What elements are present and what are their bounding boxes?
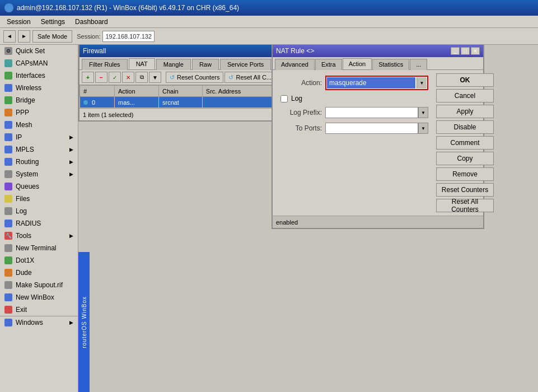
to-ports-wrapper: ▼	[325, 123, 428, 134]
sidebar-item-wireless[interactable]: Wireless	[0, 82, 78, 94]
system-icon	[4, 170, 12, 178]
sidebar-item-label: Dot1X	[16, 256, 34, 264]
sidebar-item-dude[interactable]: Dude	[0, 267, 78, 279]
log-prefix-dropdown-button[interactable]: ▼	[418, 107, 428, 118]
sidebar-item-new-terminal[interactable]: New Terminal	[0, 242, 78, 254]
sidebar-item-exit[interactable]: Exit	[0, 304, 78, 316]
reset-all-counters-label: Reset All C...	[236, 74, 272, 81]
ip-icon	[4, 133, 12, 141]
supout-icon	[4, 281, 12, 289]
nat-status-left: enabled	[276, 219, 298, 226]
log-prefix-input[interactable]	[325, 107, 418, 118]
action-input-wrapper: ▼	[325, 76, 428, 90]
routing-arrow: ▶	[69, 159, 73, 165]
ip-arrow: ▶	[69, 134, 73, 140]
to-ports-dropdown-button[interactable]: ▼	[418, 123, 428, 134]
apply-button[interactable]: Apply	[436, 105, 494, 118]
enable-button[interactable]: ✓	[109, 72, 121, 83]
mesh-icon	[4, 121, 12, 129]
action-row: Action: ▼	[277, 76, 428, 90]
cancel-button[interactable]: Cancel	[436, 89, 494, 102]
sidebar-item-make-supout[interactable]: Make Supout.rif	[0, 279, 78, 291]
tab-raw[interactable]: Raw	[192, 59, 219, 70]
remove-button-nat[interactable]: Remove	[436, 167, 494, 181]
col-num: #	[80, 86, 115, 97]
winbox-text: routerOS WinBox	[81, 296, 87, 348]
menu-bar: Session Settings Dashboard	[0, 16, 538, 28]
sidebar-item-label: Interfaces	[16, 72, 45, 80]
to-ports-input[interactable]	[325, 123, 418, 134]
main-layout: ⚙ Quick Set CAPsMAN Interfaces Wireless …	[0, 45, 538, 392]
add-button[interactable]: +	[82, 72, 94, 83]
sidebar-item-label: Quick Set	[16, 47, 45, 55]
session-value: 192.168.107.132	[102, 31, 155, 42]
tools-icon: 🔧	[4, 232, 12, 240]
menu-dashboard[interactable]: Dashboard	[71, 17, 113, 27]
nat-close-button[interactable]: ✕	[471, 47, 480, 55]
nat-title-bar[interactable]: NAT Rule <> _ □ ✕	[273, 45, 483, 57]
sidebar-item-mesh[interactable]: Mesh	[0, 119, 78, 131]
back-button[interactable]: ◄	[3, 30, 16, 43]
remove-button[interactable]: −	[95, 72, 107, 83]
tab-statistics[interactable]: Statistics	[372, 59, 409, 70]
copy-button[interactable]: Copy	[436, 152, 494, 165]
tab-action[interactable]: Action	[343, 58, 372, 69]
sidebar-item-quick-set[interactable]: ⚙ Quick Set	[0, 45, 78, 57]
log-checkbox[interactable]	[280, 95, 288, 102]
sidebar-item-files[interactable]: Files	[0, 193, 78, 205]
tab-nat[interactable]: NAT	[129, 58, 155, 69]
menu-session[interactable]: Session	[2, 17, 35, 27]
nat-maximize-button[interactable]: □	[461, 47, 470, 55]
reset-counters-button[interactable]: ↺ Reset Counters	[166, 72, 223, 83]
reset-all-counters-button-nat[interactable]: Reset All Counters	[436, 199, 494, 212]
nat-dialog: NAT Rule <> _ □ ✕ Advanced Extra Action …	[272, 45, 484, 229]
sidebar-item-label: MPLS	[16, 146, 34, 153]
nat-form: Action: ▼ Log Log Prefix:	[273, 70, 433, 216]
sidebar-item-mpls[interactable]: MPLS ▶	[0, 143, 78, 156]
sidebar-item-new-winbox[interactable]: New WinBox	[0, 291, 78, 304]
action-label: Action:	[277, 79, 322, 87]
tab-more[interactable]: ...	[410, 59, 427, 70]
sidebar-item-system[interactable]: System ▶	[0, 168, 78, 180]
nat-title: NAT Rule <>	[276, 47, 314, 55]
action-input[interactable]	[327, 77, 415, 88]
tab-mangle[interactable]: Mangle	[156, 59, 191, 70]
ppp-icon	[4, 109, 12, 116]
sidebar-item-label: Make Supout.rif	[16, 281, 63, 289]
filter-toolbar-button[interactable]: ▼	[149, 72, 161, 83]
nat-minimize-button[interactable]: _	[451, 47, 460, 55]
tab-extra[interactable]: Extra	[315, 59, 342, 70]
sidebar-item-interfaces[interactable]: Interfaces	[0, 69, 78, 82]
action-dropdown-button[interactable]: ▼	[417, 77, 427, 88]
sidebar-item-dot1x[interactable]: Dot1X	[0, 254, 78, 267]
tab-filter-rules[interactable]: Filter Rules	[82, 59, 128, 70]
forward-button[interactable]: ►	[18, 30, 30, 43]
reset-counters-button-nat[interactable]: Reset Counters	[436, 183, 494, 197]
sidebar-item-queues[interactable]: Queues	[0, 180, 78, 193]
sidebar-item-tools[interactable]: 🔧 Tools ▶	[0, 230, 78, 242]
menu-settings[interactable]: Settings	[36, 17, 69, 27]
tab-service-ports[interactable]: Service Ports	[220, 59, 271, 70]
disable-button-nat[interactable]: Disable	[436, 120, 494, 134]
tab-advanced[interactable]: Advanced	[275, 59, 315, 70]
sidebar-item-routing[interactable]: Routing ▶	[0, 156, 78, 168]
nat-buttons-panel: OK Cancel Apply Disable Comment Copy Rem…	[433, 70, 497, 216]
copy-toolbar-button[interactable]: ⧉	[135, 72, 148, 83]
sidebar-item-ppp[interactable]: PPP	[0, 106, 78, 119]
disable-button[interactable]: ✕	[122, 72, 134, 83]
reset-all-counters-button[interactable]: ↺ Reset All C...	[224, 72, 275, 83]
sidebar-item-windows[interactable]: Windows ▶	[0, 316, 78, 329]
nat-window-controls: _ □ ✕	[451, 47, 480, 55]
sidebar-item-bridge[interactable]: Bridge	[0, 94, 78, 106]
sidebar-item-capsman[interactable]: CAPsMAN	[0, 57, 78, 69]
sidebar-item-label: System	[16, 170, 38, 178]
files-icon	[4, 195, 12, 203]
safe-mode-button[interactable]: Safe Mode	[32, 30, 72, 43]
sidebar-item-label: Files	[16, 195, 30, 203]
comment-button[interactable]: Comment	[436, 136, 494, 150]
sidebar-item-ip[interactable]: IP ▶	[0, 131, 78, 143]
title-bar-text: admin@192.168.107.132 (R1) - WinBox (64b…	[17, 4, 239, 12]
sidebar-item-radius[interactable]: RADIUS	[0, 217, 78, 230]
ok-button[interactable]: OK	[436, 73, 494, 87]
sidebar-item-log[interactable]: Log	[0, 205, 78, 217]
